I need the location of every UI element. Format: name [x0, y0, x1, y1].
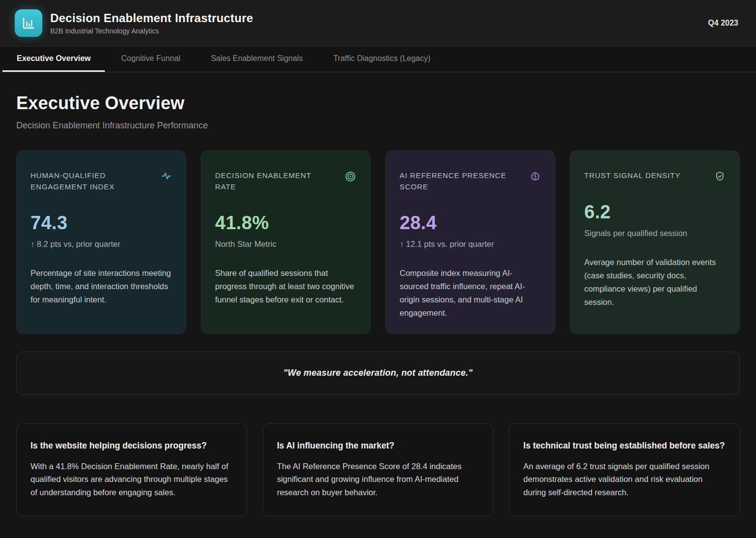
metric-label: AI REFERENCE PRESENCE SCORE	[400, 170, 515, 193]
insight-card-technical-trust: Is technical trust being established bef…	[509, 423, 740, 516]
metric-card-header: AI REFERENCE PRESENCE SCORE	[400, 170, 541, 193]
insight-card-row: Is the website helping decisions progres…	[16, 423, 740, 516]
metric-description: Share of qualified sessions that progres…	[215, 267, 356, 306]
metric-sublabel: North Star Metric	[215, 239, 356, 249]
metric-description: Composite index measuring AI-sourced tra…	[400, 267, 541, 320]
brain-icon	[530, 171, 541, 182]
metric-value: 74.3	[31, 212, 172, 234]
metric-description: Percentage of site interactions meeting …	[31, 267, 172, 306]
shield-check-icon	[714, 171, 725, 182]
app-title: Decision Enablement Infrastructure	[50, 11, 700, 25]
insight-title: Is AI influencing the market?	[277, 441, 479, 451]
metric-card-human-qualified-engagement-index: HUMAN-QUALIFIED ENGAGEMENT INDEX 74.3 ↑ …	[16, 150, 186, 334]
metric-card-ai-reference-presence-score: AI REFERENCE PRESENCE SCORE 28.4 ↑ 12.1 …	[385, 150, 555, 334]
metric-sublabel: Signals per qualified session	[584, 229, 725, 238]
metric-label: DECISION ENABLEMENT RATE	[215, 170, 331, 193]
header-titles: Decision Enablement Infrastructure B2B I…	[50, 11, 700, 35]
insight-body: With a 41.8% Decision Enablement Rate, n…	[31, 460, 233, 499]
insight-title: Is technical trust being established bef…	[523, 441, 725, 451]
tab-executive-overview[interactable]: Executive Overview	[2, 47, 105, 72]
metric-label: TRUST SIGNAL DENSITY	[584, 170, 681, 181]
metric-label: HUMAN-QUALIFIED ENGAGEMENT INDEX	[31, 170, 146, 193]
insight-body: The AI Reference Presence Score of 28.4 …	[277, 460, 479, 499]
app-window: Decision Enablement Infrastructure B2B I…	[0, 0, 756, 538]
bar-chart-icon	[21, 16, 36, 30]
tab-bar: Executive Overview Cognitive Funnal Sale…	[0, 47, 756, 72]
period-badge: Q4 2023	[708, 19, 738, 28]
metric-card-header: HUMAN-QUALIFIED ENGAGEMENT INDEX	[31, 170, 172, 193]
metric-value: 28.4	[400, 212, 541, 234]
metric-delta: ↑ 8.2 pts vs, prior quarter	[31, 239, 172, 249]
app-logo	[15, 9, 42, 37]
quote-banner: "We measure acceleration, not attendance…	[16, 352, 740, 395]
metric-description: Average number of validation events (cas…	[584, 256, 725, 309]
metric-card-row: HUMAN-QUALIFIED ENGAGEMENT INDEX 74.3 ↑ …	[16, 150, 740, 334]
tab-traffic-diagnostics-legacy[interactable]: Traffic Diagnostics (Legacy)	[319, 47, 444, 72]
metric-card-trust-signal-density: TRUST SIGNAL DENSITY 6.2 Signals per qua…	[570, 150, 740, 334]
app-subtitle: B2B Industrial Technology Analytics	[50, 27, 700, 35]
tab-sales-enablement-signals[interactable]: Sales Enablement Signals	[196, 47, 317, 72]
app-header: Decision Enablement Infrastructure B2B I…	[0, 0, 756, 47]
insight-body: An average of 6.2 trust signals per qual…	[523, 460, 725, 499]
insight-card-decisions-progress: Is the website helping decisions progres…	[16, 423, 247, 516]
page-subtitle: Decision Enablement Infrastructure Perfo…	[16, 120, 740, 131]
quote-text: "We measure acceleration, not attendance…	[284, 368, 472, 378]
main-content: Executive Overview Decision Enablement I…	[0, 93, 756, 516]
metric-value: 41.8%	[215, 212, 356, 234]
metric-delta: ↑ 12.1 pts vs. prior quarter	[400, 239, 541, 249]
metric-card-header: DECISION ENABLEMENT RATE	[215, 170, 356, 193]
activity-icon	[161, 171, 172, 181]
target-icon	[345, 171, 356, 182]
tab-cognitive-funnal[interactable]: Cognitive Funnal	[107, 47, 194, 72]
insight-card-ai-influence: Is AI influencing the market? The AI Ref…	[263, 423, 494, 516]
page-title: Executive Overview	[16, 93, 740, 114]
metric-card-header: TRUST SIGNAL DENSITY	[584, 170, 725, 182]
metric-value: 6.2	[584, 202, 725, 223]
metric-card-decision-enablement-rate: DECISION ENABLEMENT RATE 41.8% North Sta…	[201, 150, 371, 334]
insight-title: Is the website helping decisions progres…	[31, 441, 233, 451]
